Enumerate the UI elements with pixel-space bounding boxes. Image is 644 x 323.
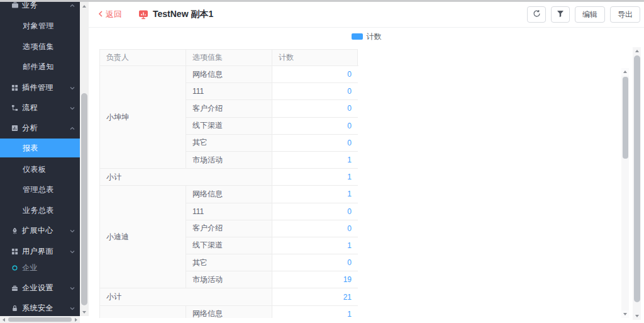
export-button[interactable]: 导出 bbox=[610, 6, 640, 23]
owner-cell bbox=[100, 306, 186, 318]
scroll-right-arrow-icon[interactable] bbox=[72, 316, 80, 323]
option-cell: 客户介绍 bbox=[186, 100, 272, 117]
count-link[interactable]: 1 bbox=[347, 241, 352, 250]
option-cell: 网络信息 bbox=[186, 306, 272, 318]
enterprise-bag-icon bbox=[11, 285, 19, 292]
refresh-button[interactable] bbox=[527, 6, 546, 23]
subtotal-row-1: 小计 1 bbox=[100, 169, 358, 186]
scroll-down-arrow-icon[interactable] bbox=[633, 312, 641, 320]
chevron-down-icon bbox=[69, 305, 75, 314]
count-cell: 1 bbox=[272, 152, 358, 169]
scroll-up-arrow-icon[interactable] bbox=[621, 68, 629, 76]
option-cell: 线下渠道 bbox=[186, 237, 272, 254]
report-icon bbox=[138, 9, 148, 20]
option-cell: 线下渠道 bbox=[186, 118, 272, 135]
page-scrollbar-thumb[interactable] bbox=[634, 55, 640, 302]
sidebar-horizontal-scrollbar-thumb[interactable] bbox=[8, 317, 72, 322]
sidebar-item-enterprise-settings[interactable]: 企业设置 bbox=[0, 279, 80, 297]
count-cell: 0 bbox=[272, 203, 358, 220]
sidebar-item-mail-notification[interactable]: 邮件通知 bbox=[0, 58, 80, 76]
sidebar-item-system-security[interactable]: 系统安全 bbox=[0, 299, 80, 316]
filter-funnel-icon bbox=[557, 10, 564, 20]
sidebar-item-dashboard[interactable]: 仪表板 bbox=[0, 161, 80, 178]
sidebar-item-business-summary[interactable]: 业务总表 bbox=[0, 201, 80, 219]
ui-grid-icon bbox=[11, 248, 19, 255]
analysis-chart-icon bbox=[11, 125, 19, 132]
sidebar-vertical-scrollbar[interactable] bbox=[80, 2, 89, 316]
back-chevron-icon bbox=[97, 10, 104, 20]
sidebar-item-workflow[interactable]: 流程 bbox=[0, 99, 80, 116]
subtotal-label: 小计 bbox=[100, 169, 272, 186]
table-header-row: 负责人 选项值集 计数 bbox=[99, 49, 358, 66]
scroll-left-arrow-icon[interactable] bbox=[0, 316, 8, 323]
subtotal-count-cell: 21 bbox=[272, 288, 358, 305]
owner-cell: 小坤坤 bbox=[100, 66, 186, 169]
option-cell: 客户介绍 bbox=[186, 220, 272, 237]
count-link[interactable]: 1 bbox=[347, 173, 352, 181]
count-link[interactable]: 0 bbox=[347, 122, 352, 130]
scroll-up-arrow-icon[interactable] bbox=[80, 2, 89, 10]
sidebar-item-extension-center[interactable]: 扩展中心 bbox=[0, 222, 80, 239]
count-link[interactable]: 0 bbox=[347, 207, 352, 216]
chevron-down-icon bbox=[69, 285, 75, 293]
sidebar-scrollbar-thumb[interactable] bbox=[81, 93, 87, 305]
count-cell: 0 bbox=[272, 83, 358, 100]
sidebar-item-analysis[interactable]: 分析 bbox=[0, 119, 80, 137]
chart-legend: 计数 bbox=[89, 31, 644, 42]
column-header-owner: 负责人 bbox=[100, 50, 186, 66]
option-cell: 网络信息 bbox=[186, 186, 272, 203]
count-link[interactable]: 1 bbox=[347, 190, 352, 198]
sidebar-horizontal-scrollbar[interactable] bbox=[0, 316, 80, 323]
table-scrollbar-thumb[interactable] bbox=[623, 77, 628, 159]
rocket-icon bbox=[11, 227, 19, 234]
count-link[interactable]: 0 bbox=[347, 104, 352, 113]
enterprise-circle-icon bbox=[11, 264, 19, 271]
sidebar-item-business[interactable]: 业务 bbox=[0, 2, 80, 14]
count-link[interactable]: 0 bbox=[347, 224, 352, 233]
sidebar-item-management-summary[interactable]: 管理总表 bbox=[0, 181, 80, 198]
page-title: TestNew 副本1 bbox=[153, 9, 213, 20]
legend-color-swatch[interactable] bbox=[352, 33, 363, 40]
option-cell: 网络信息 bbox=[186, 66, 272, 83]
count-link[interactable]: 0 bbox=[347, 87, 352, 96]
sidebar-item-object-management[interactable]: 对象管理 bbox=[0, 17, 80, 35]
briefcase-icon bbox=[11, 2, 19, 9]
count-link[interactable]: 19 bbox=[343, 275, 352, 284]
sidebar-item-enterprise[interactable]: 企业 bbox=[0, 259, 80, 276]
table-group-3: 网络信息 1 bbox=[100, 306, 358, 318]
count-cell: 19 bbox=[272, 271, 358, 288]
sidebar-item-plugin-management[interactable]: 插件管理 bbox=[0, 79, 80, 96]
scroll-down-arrow-icon[interactable] bbox=[621, 310, 629, 318]
count-link[interactable]: 0 bbox=[347, 70, 352, 79]
sidebar-item-reports[interactable]: 报表 bbox=[0, 139, 80, 157]
lock-icon bbox=[11, 305, 19, 312]
owner-cell: 小迪迪 bbox=[100, 186, 186, 288]
count-link[interactable]: 0 bbox=[347, 258, 352, 267]
filter-button[interactable] bbox=[551, 6, 570, 23]
table-group-2: 小迪迪 网络信息 1 111 0 客户介绍 0 线下渠道 1 其它 0 市场活动… bbox=[100, 186, 358, 288]
count-link[interactable]: 21 bbox=[343, 293, 352, 302]
sidebar-item-option-value-sets[interactable]: 选项值集 bbox=[0, 38, 80, 55]
sidebar: 业务 对象管理 选项值集 邮件通知 插件管理 流程 分析 报表 仪表板 bbox=[0, 2, 80, 316]
plugin-grid-icon bbox=[11, 84, 19, 91]
page-vertical-scrollbar[interactable] bbox=[633, 47, 641, 320]
sidebar-item-user-interface[interactable]: 用户界面 bbox=[0, 242, 80, 260]
count-cell: 1 bbox=[272, 306, 358, 318]
count-link[interactable]: 0 bbox=[347, 139, 352, 147]
option-cell: 市场活动 bbox=[186, 152, 272, 169]
chevron-up-icon bbox=[69, 2, 75, 11]
scroll-down-arrow-icon[interactable] bbox=[80, 308, 89, 316]
edit-button[interactable]: 编辑 bbox=[575, 6, 605, 23]
count-cell: 1 bbox=[272, 186, 358, 203]
legend-label[interactable]: 计数 bbox=[367, 31, 382, 42]
count-link[interactable]: 1 bbox=[347, 310, 352, 318]
count-cell: 0 bbox=[272, 118, 358, 135]
scroll-up-arrow-icon[interactable] bbox=[633, 47, 641, 55]
count-cell: 1 bbox=[272, 237, 358, 254]
option-cell: 111 bbox=[186, 203, 272, 220]
count-link[interactable]: 1 bbox=[347, 156, 352, 164]
back-button[interactable]: 返回 bbox=[97, 9, 122, 20]
option-cell: 111 bbox=[186, 83, 272, 100]
table-vertical-scrollbar[interactable] bbox=[621, 68, 629, 318]
refresh-icon bbox=[533, 9, 541, 20]
